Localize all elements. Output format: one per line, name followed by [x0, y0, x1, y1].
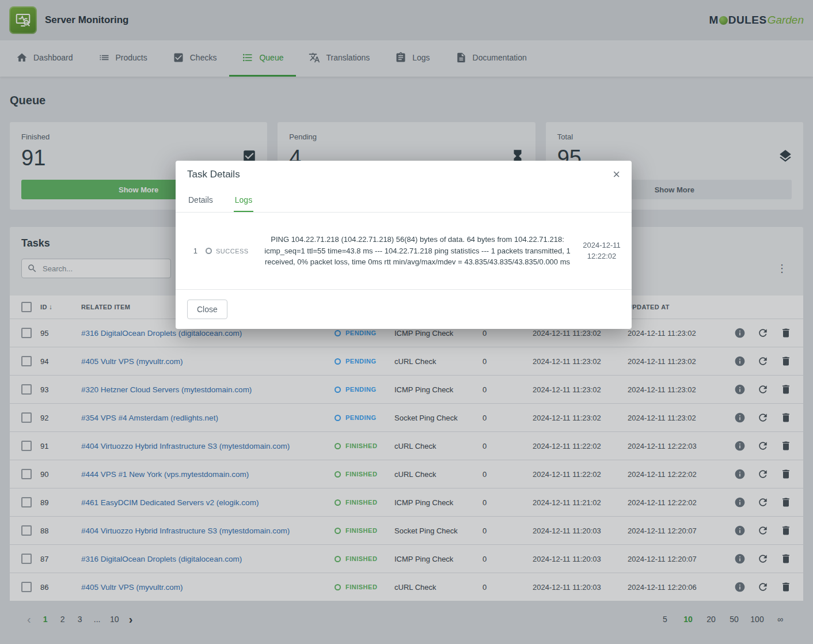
modal-footer: Close: [176, 290, 632, 329]
log-index: 1: [185, 247, 197, 255]
tab-details[interactable]: Details: [187, 188, 214, 212]
status-circle-icon: [206, 248, 212, 254]
log-message: PING 104.22.71.218 (104.22.71.218) 56(84…: [262, 234, 573, 268]
tab-logs[interactable]: Logs: [234, 188, 253, 212]
close-button[interactable]: Close: [187, 300, 227, 319]
modal-title: Task Details: [187, 169, 240, 180]
log-entry-row: 1 SUCCESS PING 104.22.71.218 (104.22.71.…: [176, 213, 632, 290]
log-timestamp: 2024-12-11 12:22:02: [581, 240, 622, 261]
modal-tabs: Details Logs: [176, 188, 632, 213]
close-icon[interactable]: ×: [613, 168, 620, 181]
log-status-badge: SUCCESS: [206, 248, 254, 255]
modal-header: Task Details ×: [176, 161, 632, 188]
task-details-modal: Task Details × Details Logs 1 SUCCESS PI…: [176, 161, 632, 329]
